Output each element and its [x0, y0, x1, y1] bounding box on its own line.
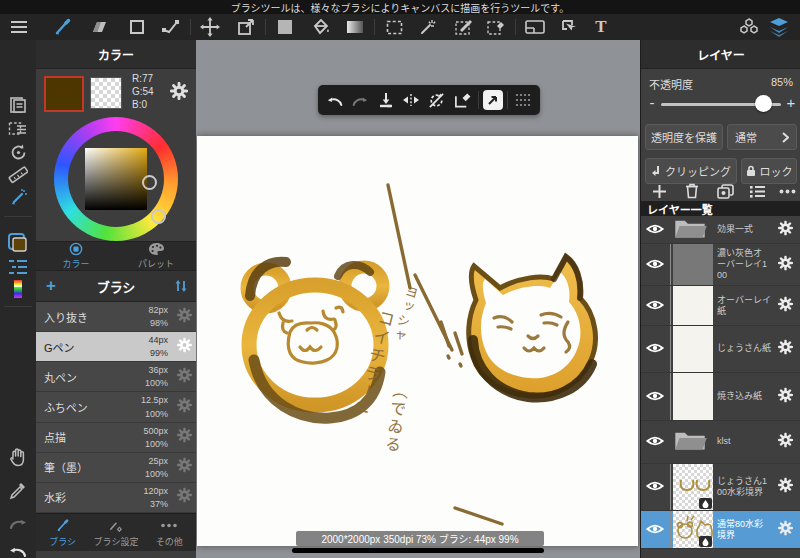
color-bar-icon[interactable]: [7, 278, 29, 300]
tab-other[interactable]: その他: [143, 514, 196, 551]
menu-icon[interactable]: [4, 15, 34, 39]
save-icon[interactable]: [374, 89, 398, 111]
blend-mode-button[interactable]: 通常: [727, 124, 797, 150]
layer-row[interactable]: じょうさん紙: [641, 326, 800, 373]
opacity-minus-button[interactable]: -: [647, 94, 657, 111]
tab-brush-settings[interactable]: ブラシ設定: [89, 514, 142, 551]
brush-gear-icon[interactable]: [177, 428, 192, 447]
add-brush-button[interactable]: +: [36, 276, 66, 296]
brush-gear-icon[interactable]: [177, 488, 192, 507]
foreground-color-swatch[interactable]: [44, 76, 84, 112]
opacity-slider-knob[interactable]: [755, 95, 772, 112]
sv-knob[interactable]: [142, 175, 157, 190]
marquee-select-icon[interactable]: [379, 15, 409, 39]
brush-sort-icon[interactable]: [166, 279, 196, 293]
tab-palette[interactable]: パレット: [116, 242, 196, 270]
layer-row[interactable]: 濃い灰色オーバーレイ100: [641, 244, 800, 286]
materials-icon[interactable]: [734, 15, 764, 39]
brush-row-selected[interactable]: Gペン 44px 99%: [36, 332, 196, 362]
airbrush-icon[interactable]: [7, 186, 29, 208]
ruler-icon[interactable]: [7, 164, 29, 186]
visibility-eye-icon[interactable]: [646, 297, 664, 315]
panel-layout-icon[interactable]: [520, 15, 550, 39]
material-drop-button[interactable]: [483, 90, 503, 110]
transform-tool-icon[interactable]: [231, 15, 261, 39]
layer-row[interactable]: じょうさん100水彩境界: [641, 464, 800, 511]
eraser-tool-icon[interactable]: [86, 15, 116, 39]
layers-panel-icon[interactable]: [764, 15, 794, 39]
brush-row[interactable]: 点描 500px 100%: [36, 423, 196, 453]
layer-gear-icon[interactable]: [778, 520, 793, 539]
canvas-redo-icon[interactable]: [349, 89, 373, 111]
layer-row-selected[interactable]: 通常80水彩境界: [641, 511, 800, 549]
gradient-tool-icon[interactable]: [340, 15, 370, 39]
saturation-value-box[interactable]: [85, 148, 147, 210]
brush-gear-icon[interactable]: [177, 337, 192, 356]
shape-tool-icon[interactable]: [122, 15, 152, 39]
eraser-select-icon[interactable]: [481, 15, 511, 39]
brush-row[interactable]: ふちペン 12.5px 100%: [36, 392, 196, 422]
eyedropper-icon[interactable]: [7, 480, 29, 502]
layer-gear-icon[interactable]: [778, 296, 793, 315]
layer-more-icon[interactable]: [775, 180, 799, 202]
layer-row-folder[interactable]: klst: [641, 421, 800, 464]
hand-tool-icon[interactable]: [7, 446, 29, 468]
visibility-eye-icon[interactable]: [646, 478, 664, 496]
selection-menu-icon[interactable]: [7, 118, 29, 140]
pages-icon[interactable]: [7, 94, 29, 116]
layer-row[interactable]: オーバーレイ紙: [641, 286, 800, 326]
bucket-tool-icon[interactable]: [306, 15, 336, 39]
rotation-disabled-icon[interactable]: [425, 89, 449, 111]
brush-list-icon[interactable]: [7, 256, 29, 278]
toolbar-drag-handle-icon[interactable]: [512, 89, 536, 111]
visibility-eye-icon[interactable]: [646, 340, 664, 358]
layer-gear-icon[interactable]: [778, 478, 793, 497]
tab-color[interactable]: カラー: [36, 242, 116, 270]
layer-row[interactable]: 焼き込み紙: [641, 373, 800, 421]
opacity-plus-button[interactable]: +: [785, 94, 797, 111]
layer-gear-icon[interactable]: [778, 220, 793, 239]
redo-icon[interactable]: [7, 512, 29, 534]
delete-layer-icon[interactable]: [680, 180, 704, 202]
undo-icon[interactable]: [7, 540, 29, 558]
reset-rotation-icon[interactable]: [7, 141, 29, 163]
duplicate-layer-icon[interactable]: [713, 180, 737, 202]
move-tool-icon[interactable]: [195, 15, 225, 39]
brush-tool-icon[interactable]: [48, 15, 78, 39]
brush-gear-icon[interactable]: [177, 367, 192, 386]
fill-rect-tool-icon[interactable]: [270, 15, 300, 39]
canvas-undo-icon[interactable]: [323, 89, 347, 111]
visibility-eye-icon[interactable]: [646, 221, 664, 239]
brush-gear-icon[interactable]: [177, 307, 192, 326]
visibility-eye-icon[interactable]: [646, 388, 664, 406]
color-settings-gear-icon[interactable]: [170, 82, 188, 104]
canvas-paper[interactable]: ヨッシャ コイチラー!! （でゐる: [197, 136, 638, 546]
visibility-eye-icon[interactable]: [646, 521, 664, 539]
tab-brush[interactable]: ブラシ: [36, 514, 89, 551]
hue-knob[interactable]: [151, 209, 166, 224]
text-tool-icon[interactable]: T: [586, 15, 616, 39]
layer-list-icon[interactable]: [746, 180, 770, 202]
protect-alpha-button[interactable]: 透明度を保護: [645, 124, 723, 150]
visibility-eye-icon[interactable]: [646, 256, 664, 274]
add-layer-icon[interactable]: [647, 180, 671, 202]
layer-gear-icon[interactable]: [778, 387, 793, 406]
layer-gear-icon[interactable]: [778, 255, 793, 274]
brush-row[interactable]: 入り抜き 82px 98%: [36, 302, 196, 332]
canvas-workspace[interactable]: ヨッシャ コイチラー!! （でゐる: [196, 40, 640, 558]
flip-horizontal-icon[interactable]: [400, 89, 424, 111]
layer-gear-icon[interactable]: [778, 433, 793, 452]
brush-row[interactable]: 水彩 120px 37%: [36, 483, 196, 513]
layer-row-folder[interactable]: 効果一式: [641, 216, 800, 244]
brush-row[interactable]: 筆（墨） 25px 100%: [36, 453, 196, 483]
visibility-eye-icon[interactable]: [646, 433, 664, 451]
hue-wheel[interactable]: [54, 117, 178, 241]
background-color-swatch[interactable]: [90, 77, 122, 109]
brush-gear-icon[interactable]: [177, 458, 192, 477]
clear-layer-icon[interactable]: [451, 89, 475, 111]
layer-gear-icon[interactable]: [778, 340, 793, 359]
pen-select-icon[interactable]: [449, 15, 479, 39]
object-select-icon[interactable]: [554, 15, 584, 39]
brush-row[interactable]: 丸ペン 36px 100%: [36, 362, 196, 392]
magic-wand-icon[interactable]: [413, 15, 443, 39]
